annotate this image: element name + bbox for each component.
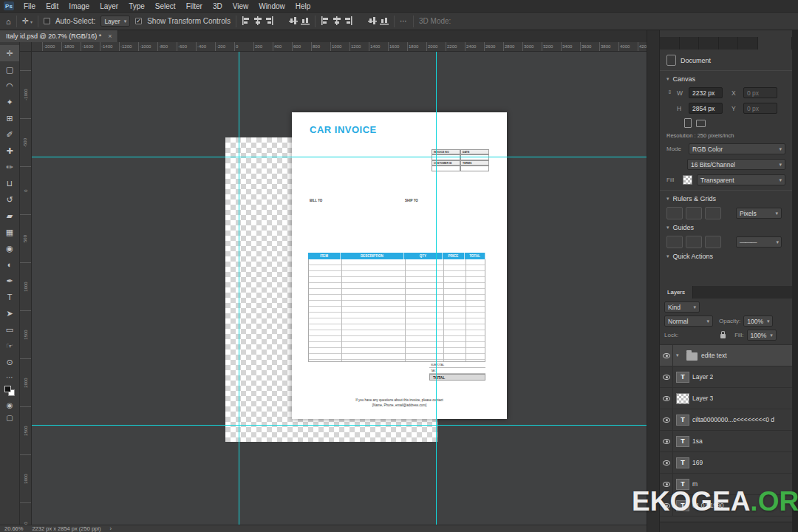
distribute-left-edges-icon[interactable] <box>321 16 330 27</box>
layer-name[interactable]: 169 <box>692 459 703 466</box>
layer-visibility-toggle[interactable] <box>660 431 673 451</box>
marquee-tool[interactable]: ▢ <box>0 61 19 78</box>
distribute-top-edges-icon[interactable] <box>356 16 365 27</box>
canvas-section-header[interactable]: ▾ Canvas <box>666 75 785 83</box>
color-swatches[interactable] <box>4 386 16 397</box>
fill-dropdown[interactable]: Transparent <box>697 174 785 185</box>
dodge-tool[interactable]: ◐ <box>0 256 19 273</box>
type-tool[interactable]: T <box>0 289 19 305</box>
guides-section-header[interactable]: ▾ Guides <box>666 224 785 231</box>
lasso-tool[interactable]: ◠ <box>0 78 19 94</box>
layer-visibility-toggle[interactable] <box>660 452 673 473</box>
layer-row[interactable]: ▾ edite text <box>660 345 792 366</box>
move-tool[interactable]: ✛ <box>0 45 19 61</box>
quick-selection-tool[interactable]: ✦ <box>0 94 19 110</box>
clone-stamp-tool[interactable]: ⊔ <box>0 175 19 191</box>
align-horizontal-centers-icon[interactable] <box>253 16 262 27</box>
layer-name[interactable]: cilta0000000...c<<<<<<<<0 d <box>692 416 774 423</box>
opacity-dropdown[interactable]: 100% <box>743 316 773 327</box>
layer-visibility-toggle[interactable] <box>660 409 673 430</box>
layer-row[interactable]: T 1sa <box>660 431 792 452</box>
units-dropdown[interactable]: Pixels <box>736 208 782 219</box>
vertical-ruler[interactable]: -1000-5000500100015002000250030003500 <box>20 52 32 525</box>
auto-select-dropdown[interactable]: Layer <box>100 16 130 27</box>
move-tool-options-icon[interactable]: ✛▾ <box>22 16 33 26</box>
panel-tab[interactable] <box>660 37 680 50</box>
layer-name[interactable]: edite text <box>701 352 727 359</box>
new-guide-layout-icon[interactable] <box>666 236 683 248</box>
panel-tab[interactable] <box>680 37 700 50</box>
healing-brush-tool[interactable]: ✚ <box>0 143 19 159</box>
align-top-edges-icon[interactable] <box>277 16 286 27</box>
quick-mask-icon[interactable]: ◉ <box>7 401 13 409</box>
show-transform-checkbox[interactable]: ✓ <box>135 18 142 24</box>
foreground-color-swatch[interactable] <box>4 386 11 392</box>
color-mode-dropdown[interactable]: RGB Color <box>689 143 785 154</box>
panel-tab[interactable] <box>758 37 792 50</box>
link-dimensions-icon[interactable]: ∞ <box>666 90 673 96</box>
align-vertical-centers-icon[interactable] <box>289 16 298 27</box>
lock-all-icon[interactable] <box>720 334 726 338</box>
distribute-bottom-edges-icon[interactable] <box>380 16 389 27</box>
canvas-height-field[interactable]: 2854 px <box>689 103 723 114</box>
guide-vertical[interactable] <box>436 52 437 525</box>
eyedropper-tool[interactable]: ✐ <box>0 126 19 143</box>
pen-tool[interactable]: ✒ <box>0 273 19 289</box>
distribute-right-edges-icon[interactable] <box>344 16 353 27</box>
menu-item[interactable]: 3D <box>208 1 228 11</box>
canvas-ruler-icon[interactable] <box>666 207 683 219</box>
guide-horizontal[interactable] <box>32 157 647 157</box>
menu-item[interactable]: Select <box>150 1 181 11</box>
distribute-vertical-centers-icon[interactable] <box>368 16 377 27</box>
screen-mode-icon[interactable]: ▢ <box>6 414 13 422</box>
guide-style-dropdown[interactable]: ——— <box>736 236 782 248</box>
more-options-icon[interactable]: ⋯ <box>400 17 408 25</box>
zoom-tool[interactable]: ⊙ <box>0 354 19 370</box>
history-brush-tool[interactable]: ↺ <box>0 191 19 208</box>
clear-guides-icon[interactable] <box>705 236 721 248</box>
layer-row[interactable]: T cilta0000000...c<<<<<<<<0 d <box>660 409 792 431</box>
guide-vertical[interactable] <box>239 52 239 525</box>
fill-swatch[interactable] <box>683 175 692 185</box>
group-expand-chevron-icon[interactable]: ▾ <box>676 352 682 358</box>
layer-name[interactable]: 1sa <box>692 437 703 445</box>
menu-item[interactable]: Edit <box>41 1 64 11</box>
guide-horizontal[interactable] <box>32 425 647 426</box>
crop-tool[interactable]: ⊞ <box>0 110 19 126</box>
zoom-level[interactable]: 20.66% <box>4 525 23 532</box>
canvas-x-field[interactable]: 0 px <box>743 87 777 98</box>
edit-toolbar-icon[interactable]: ⋯ <box>6 373 13 381</box>
kind-filter-dropdown[interactable]: Kind <box>664 301 700 313</box>
rulers-grids-section-header[interactable]: ▾ Rulers & Grids <box>666 195 785 202</box>
panel-tab[interactable] <box>699 37 719 50</box>
ruler-origin-corner[interactable] <box>20 42 32 52</box>
menu-item[interactable]: Window <box>253 1 290 11</box>
canvas-width-field[interactable]: 2232 px <box>689 87 723 98</box>
grid-icon[interactable] <box>686 207 702 219</box>
bit-depth-dropdown[interactable]: 16 Bits/Channel <box>687 159 785 170</box>
menu-item[interactable]: Type <box>123 1 150 11</box>
menu-item[interactable]: Image <box>64 1 95 11</box>
brush-tool[interactable]: ✏ <box>0 159 19 175</box>
invoice-document[interactable]: CAR INVOICE INVOICE NO DATE CUSTOMER ID … <box>292 112 507 419</box>
horizontal-ruler[interactable]: -2000-1800-1600-1400-1200-1000-800-600-4… <box>32 42 647 52</box>
close-tab-icon[interactable]: × <box>108 33 112 40</box>
path-selection-tool[interactable]: ➤ <box>0 305 19 321</box>
layer-row[interactable]: T 169 <box>660 452 792 474</box>
document-tab[interactable]: Italy id.psd @ 20.7% (RGB/16) * × <box>0 30 118 42</box>
home-icon[interactable]: ⌂ <box>6 17 11 26</box>
distribute-horizontal-centers-icon[interactable] <box>332 16 341 27</box>
layer-fill-dropdown[interactable]: 100% <box>747 330 777 341</box>
menu-item[interactable]: Help <box>290 1 316 11</box>
menu-item[interactable]: File <box>18 1 41 11</box>
snap-icon[interactable] <box>705 207 721 219</box>
lock-guides-icon[interactable] <box>686 236 702 248</box>
quick-actions-section-header[interactable]: ▾ Quick Actions <box>666 253 785 260</box>
rectangle-tool[interactable]: ▭ <box>0 321 19 338</box>
panel-tab[interactable] <box>719 37 739 50</box>
menu-item[interactable]: View <box>228 1 254 11</box>
panel-tab[interactable] <box>738 37 758 50</box>
layer-visibility-toggle[interactable] <box>660 345 673 366</box>
canvas-pasteboard[interactable]: CAR INVOICE INVOICE NO DATE CUSTOMER ID … <box>32 52 647 525</box>
gradient-tool[interactable]: ▦ <box>0 224 19 240</box>
